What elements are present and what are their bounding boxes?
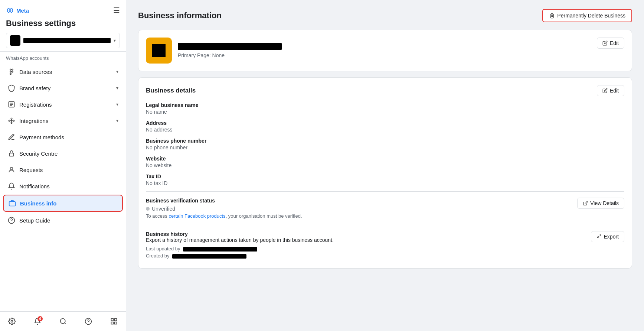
status-dot-icon [146, 207, 150, 211]
history-section: Business history Export a history of man… [146, 225, 624, 259]
notifications-bell-button[interactable]: 4 [32, 315, 43, 327]
meta-logo-row: Meta ☰ [6, 6, 120, 15]
export-icon [596, 234, 602, 239]
tax-id-label: Tax ID [146, 173, 624, 179]
account-name-redacted [23, 38, 111, 43]
svg-point-16 [11, 118, 12, 119]
sidebar-item-registrations[interactable]: Registrations ▾ [3, 97, 123, 112]
business-details-card: Business details Edit Legal business nam… [138, 77, 632, 269]
sidebar-item-integrations[interactable]: Integrations ▾ [3, 113, 123, 129]
verification-status-text: Unverified [152, 206, 175, 212]
pages-icon-button[interactable] [108, 315, 120, 327]
svg-rect-22 [9, 202, 16, 206]
verification-section: Business verification status Unverified … [146, 191, 624, 219]
data-sources-icon [7, 68, 16, 76]
svg-point-14 [9, 120, 10, 121]
verification-title: Business verification status [146, 198, 302, 204]
svg-rect-31 [115, 319, 117, 321]
sidebar-item-label: Setup Guide [19, 217, 118, 224]
export-button[interactable]: Export [591, 231, 624, 242]
chevron-icon: ▾ [116, 85, 118, 91]
edit-profile-button[interactable]: Edit [597, 38, 624, 49]
sidebar-item-security-centre[interactable]: Security Centre [3, 146, 123, 161]
sidebar-item-business-info[interactable]: Business info [3, 195, 123, 212]
sidebar-item-label: Brand safety [19, 85, 112, 91]
security-centre-icon [7, 149, 16, 158]
business-profile: Primary Page: None Edit [146, 38, 624, 64]
address-field: Address No address [146, 120, 624, 133]
edit-details-label: Edit [610, 88, 619, 94]
account-avatar [10, 35, 20, 46]
payment-methods-icon [7, 133, 16, 141]
business-name-block: Primary Page: None [178, 43, 591, 58]
main-header: Business information Permanently Delete … [138, 9, 632, 22]
main-content: Business information Permanently Delete … [126, 0, 644, 331]
sidebar: Meta ☰ Business settings ▾ WhatsApp acco… [0, 0, 126, 331]
history-description: Export a history of management actions t… [146, 237, 334, 243]
notification-badge: 4 [37, 316, 43, 321]
sidebar-item-setup-guide[interactable]: Setup Guide [3, 212, 123, 228]
svg-line-35 [599, 235, 601, 236]
sidebar-item-brand-safety[interactable]: Brand safety ▾ [3, 80, 123, 96]
account-chevron-icon: ▾ [114, 38, 116, 43]
sidebar-bottom: 4 [0, 311, 126, 331]
history-title: Business history [146, 231, 334, 237]
meta-logo: Meta [6, 6, 29, 14]
brand-safety-icon [7, 84, 16, 92]
requests-icon [7, 166, 16, 174]
history-info: Business history Export a history of man… [146, 231, 334, 259]
settings-icon-button[interactable] [6, 315, 18, 327]
svg-rect-30 [111, 319, 114, 321]
edit-button-label: Edit [610, 40, 619, 46]
details-title: Business details [146, 87, 196, 94]
website-value: No website [146, 162, 624, 168]
sidebar-item-requests[interactable]: Requests [3, 162, 123, 178]
svg-line-36 [597, 236, 598, 238]
sidebar-item-label: Integrations [19, 118, 112, 124]
edit-icon [602, 40, 608, 46]
svg-point-21 [10, 167, 13, 170]
website-label: Website [146, 156, 624, 162]
business-profile-card: Primary Page: None Edit [138, 30, 632, 71]
verification-note-suffix: , your organisation must be verified. [226, 213, 302, 219]
last-updated-label: Last updated by [146, 246, 180, 252]
svg-rect-20 [9, 153, 14, 156]
sidebar-item-label: Notifications [19, 183, 118, 189]
verification-link[interactable]: certain Facebook products [169, 213, 225, 219]
phone-field: Business phone number No phone number [146, 138, 624, 150]
permanently-delete-business-button[interactable]: Permanently Delete Business [542, 9, 632, 22]
svg-point-25 [11, 321, 13, 322]
edit-details-button[interactable]: Edit [597, 85, 624, 96]
chevron-icon: ▾ [116, 69, 118, 74]
created-by-label: Created by [146, 253, 170, 259]
svg-line-34 [585, 201, 587, 204]
chevron-icon: ▾ [116, 118, 118, 123]
verification-note-prefix: To access [146, 213, 169, 219]
last-updated-row: Last updated by [146, 246, 334, 252]
help-icon-button[interactable] [82, 315, 94, 327]
hamburger-button[interactable]: ☰ [113, 6, 120, 15]
verification-status: Unverified [146, 206, 302, 212]
created-by-value-redacted [172, 254, 246, 259]
history-header: Business history Export a history of man… [146, 231, 624, 259]
sidebar-item-payment-methods[interactable]: Payment methods [3, 129, 123, 145]
legal-business-name-value: No name [146, 109, 624, 115]
search-icon-button[interactable] [57, 315, 69, 327]
last-updated-value-redacted [183, 247, 257, 252]
phone-label: Business phone number [146, 138, 624, 144]
address-label: Address [146, 120, 624, 126]
verification-note: To access certain Facebook products, you… [146, 213, 302, 219]
chevron-icon: ▾ [116, 102, 118, 107]
sidebar-item-label: Data sources [19, 69, 112, 75]
sidebar-item-notifications[interactable]: Notifications [3, 178, 123, 194]
legal-business-name-field: Legal business name No name [146, 102, 624, 115]
export-label: Export [604, 234, 619, 240]
notifications-icon [7, 182, 16, 190]
svg-point-17 [11, 122, 12, 123]
sidebar-item-data-sources[interactable]: Data sources ▾ [3, 64, 123, 79]
external-link-icon [583, 201, 588, 206]
svg-point-15 [13, 120, 14, 121]
account-selector[interactable]: ▾ [6, 33, 120, 48]
view-details-button[interactable]: View Details [577, 198, 624, 209]
business-avatar [146, 38, 172, 64]
